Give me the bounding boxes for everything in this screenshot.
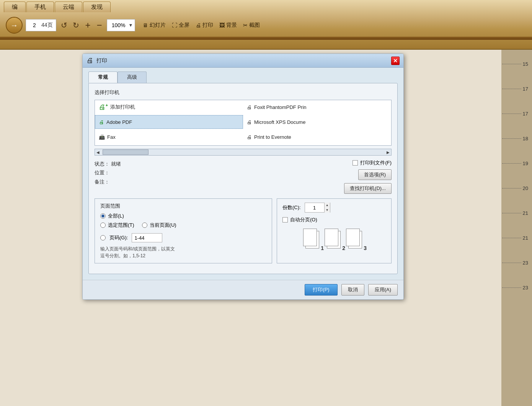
toolbar-actions: 🖥 幻灯片 ⛶ 全屏 🖨 打印 🖼 背景 ✂ 截图 [143, 22, 260, 29]
printer-name-add: 添加打印机 [110, 104, 135, 110]
radio-selection-btn[interactable] [100, 222, 106, 228]
toolbar: 编 手机 云端 发现 → 44页 ↺ ↻ + − ▼ 🖥 幻灯片 ⛶ 全屏 [0, 0, 532, 50]
radio-current-btn[interactable] [142, 222, 147, 228]
background-button[interactable]: 🖼 背景 [219, 22, 237, 29]
page-sheet-3b [346, 229, 360, 246]
menu-edit[interactable]: 编 [4, 2, 26, 12]
fullscreen-label: 全屏 [179, 22, 189, 29]
notes-row: 备注： [95, 177, 336, 186]
status-area: 状态： 就绪 位置： 备注： [95, 159, 392, 194]
printer-item-fax[interactable]: 📠 Fax [95, 130, 243, 144]
printer-name-adobe: Adobe PDF [106, 119, 132, 125]
status-right: 打印到文件(F) 首选项(R) 查找打印机(D)... [344, 159, 392, 194]
print-toolbar-icon: 🖨 [196, 22, 201, 28]
printer-item-foxit[interactable]: 🖨 Foxit PhantomPDF Prin [243, 100, 391, 114]
print-toolbar-button[interactable]: 🖨 打印 [196, 22, 213, 29]
menu-cloud[interactable]: 云端 [55, 2, 82, 12]
radio-pages-label: 页码(G): [109, 234, 128, 241]
copies-input-wrap: ▲ ▼ [305, 203, 330, 213]
dialog-printer-icon: 🖨 [86, 57, 93, 65]
zoom-dropdown-arrow[interactable]: ▼ [129, 23, 133, 28]
copies-down-button[interactable]: ▼ [325, 208, 330, 213]
menu-mobile[interactable]: 手机 [26, 2, 54, 12]
slideshow-button[interactable]: 🖥 幻灯片 [143, 22, 166, 29]
copies-box: 份数(C): ▲ ▼ [277, 198, 392, 263]
undo-redo-group: ↺ ↻ [59, 20, 81, 31]
menu-discover[interactable]: 发现 [83, 2, 111, 12]
scroll-right-arrow[interactable]: ▶ [385, 150, 391, 154]
undo-button[interactable]: ↺ [59, 20, 69, 31]
radio-middle-row: 选定范围(T) 当前页面(U) [100, 222, 266, 231]
printer-item-adobe[interactable]: 🖨 Adobe PDF [95, 115, 243, 129]
print-button[interactable]: 打印(P) [305, 284, 337, 296]
status-row: 状态： 就绪 [95, 159, 336, 168]
back-button[interactable]: → [6, 17, 23, 34]
page-stack-3: 3 [346, 229, 365, 250]
background-icon: 🖼 [219, 22, 225, 28]
print-to-file-checkbox[interactable] [352, 160, 358, 166]
location-row: 位置： [95, 168, 336, 177]
scroll-thumb[interactable] [103, 149, 149, 155]
apply-button[interactable]: 应用(A) [368, 284, 398, 296]
collate-label: 自动分页(O) [290, 216, 317, 223]
cancel-button[interactable]: 取消 [341, 284, 364, 296]
radio-pages-item[interactable]: 页码(G): [100, 233, 266, 242]
tab-content-normal: 选择打印机 🖨+ 添加打印机 🖨 Foxit PhantomPDF Prin [88, 83, 398, 274]
printer-list-scrollbar[interactable]: ◀ ▶ [95, 149, 392, 156]
status-info: 状态： 就绪 位置： 备注： [95, 159, 336, 186]
radio-current-item[interactable]: 当前页面(U) [142, 222, 176, 229]
radio-all-btn[interactable] [100, 213, 106, 219]
radio-selection-item[interactable]: 选定范围(T) [100, 222, 134, 229]
status-label: 状态： [95, 161, 109, 167]
copies-up-button[interactable]: ▲ [325, 203, 330, 208]
zoom-out-button[interactable]: − [95, 19, 104, 31]
page-badge-3: 3 [364, 245, 367, 251]
screenshot-label: 截图 [249, 22, 260, 29]
page-input-wrap: 44页 [26, 19, 56, 31]
page-sheet-1b [303, 229, 317, 246]
radio-current-label: 当前页面(U) [150, 222, 176, 229]
copies-input[interactable] [305, 203, 324, 212]
zoom-in-button[interactable]: + [84, 19, 92, 31]
radio-all-item[interactable]: 全部(L) [100, 213, 266, 219]
notes-label: 备注： [95, 179, 109, 185]
zoom-input[interactable] [109, 22, 129, 28]
zoom-wrap: ▼ [107, 19, 135, 31]
tab-normal[interactable]: 常规 [88, 71, 117, 83]
add-printer-icon: 🖨+ [99, 103, 108, 111]
scroll-left-arrow[interactable]: ◀ [95, 150, 101, 154]
page-badge-2: 2 [342, 245, 345, 251]
background-label: 背景 [226, 22, 237, 29]
printer-item-xps[interactable]: 🖨 Microsoft XPS Docume [243, 115, 391, 129]
print-dialog: 🖨 打印 ✕ 常规 高级 选择打印机 [82, 54, 404, 300]
page-number-input[interactable] [29, 22, 40, 28]
printer-item-evernote[interactable]: 🖨 Print to Evernote [243, 130, 391, 144]
dialog-body: 常规 高级 选择打印机 🖨+ 添加打印机 🖨 [83, 68, 403, 280]
nav-bar: → 44页 ↺ ↻ + − ▼ 🖥 幻灯片 ⛶ 全屏 🖨 打印 [0, 14, 532, 37]
printer-name-fax: Fax [107, 134, 116, 140]
print-to-file-label: 打印到文件(F) [360, 159, 392, 166]
page-total: 44页 [41, 22, 53, 29]
screenshot-button[interactable]: ✂ 截图 [243, 22, 260, 29]
fullscreen-button[interactable]: ⛶ 全屏 [172, 22, 189, 29]
preferences-button[interactable]: 首选项(R) [358, 169, 392, 180]
dialog-close-button[interactable]: ✕ [391, 57, 400, 65]
copies-spinner: ▲ ▼ [324, 203, 330, 213]
printer-name-foxit: Foxit PhantomPDF Prin [254, 104, 307, 110]
copies-row: 份数(C): ▲ ▼ [282, 203, 386, 213]
collate-checkbox[interactable] [282, 217, 288, 222]
radio-all-label: 全部(L) [108, 213, 124, 219]
printer-item-add[interactable]: 🖨+ 添加打印机 [95, 100, 243, 114]
pages-range-input[interactable] [132, 233, 162, 242]
find-printer-button[interactable]: 查找打印机(D)... [344, 183, 392, 194]
collate-pages-preview: 1 2 3 [282, 229, 386, 250]
radio-pages-btn[interactable] [100, 235, 106, 240]
slideshow-label: 幻灯片 [150, 22, 166, 29]
printer-name-evernote: Print to Evernote [254, 134, 291, 140]
printer-icon-xps: 🖨 [247, 119, 252, 125]
tab-advanced[interactable]: 高级 [117, 71, 147, 83]
printer-name-xps: Microsoft XPS Docume [254, 119, 305, 125]
page-badge-1: 1 [321, 245, 324, 251]
redo-button[interactable]: ↻ [71, 20, 81, 31]
dialog-titlebar: 🖨 打印 ✕ [83, 54, 403, 68]
